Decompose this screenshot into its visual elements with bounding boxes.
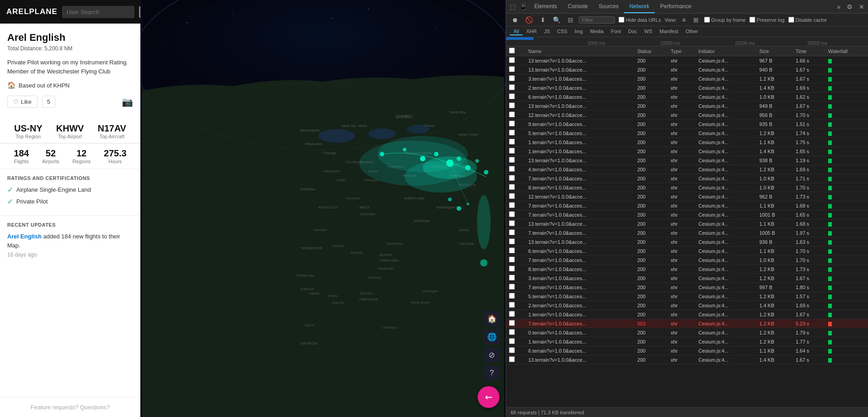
network-table[interactable]: Name Status Type Initiator Size Time Wat…	[506, 46, 868, 407]
tab-performance[interactable]: Performance	[655, 0, 697, 13]
table-row[interactable]: 3.terrain?v=1.0.0&acces... 200 xhr Cesiu…	[506, 74, 868, 83]
row-name: 6.terrain?v=1.0.0&acces...	[526, 92, 635, 102]
table-row[interactable]: 7.terrain?v=1.0.0&acces... 503 xhr Cesiu…	[506, 319, 868, 328]
fetch-filter-button[interactable]: ⬇	[538, 15, 547, 24]
col-status[interactable]: Status	[634, 46, 668, 56]
svg-text:Athens: Athens	[328, 294, 338, 297]
filter-input[interactable]	[579, 16, 615, 24]
clear-button[interactable]: 🚫	[523, 15, 535, 24]
top-aircraft: N17AV Top Aircraft	[98, 123, 126, 139]
table-row[interactable]: 1.terrain?v=1.0.0&acces... 200 xhr Cesiu…	[506, 147, 868, 156]
devtools-device-btn[interactable]: 📱	[518, 2, 529, 11]
tab-elements[interactable]: Elements	[529, 0, 562, 13]
table-row[interactable]: 7.terrain?v=1.0.0&acces... 200 xhr Cesiu…	[506, 228, 868, 238]
table-row[interactable]: 13.terrain?v=1.0.0&acce... 200 xhr Cesiu…	[506, 65, 868, 74]
table-row[interactable]: 4.terrain?v=1.0.0&acces... 200 xhr Cesiu…	[506, 165, 868, 174]
update-link[interactable]: Arel English	[7, 233, 42, 240]
table-row[interactable]: 7.terrain?v=1.0.0&acces... 200 xhr Cesiu…	[506, 256, 868, 265]
col-size[interactable]: Size	[757, 46, 793, 56]
col-waterfall[interactable]: Waterfall	[825, 46, 868, 56]
table-row[interactable]: 7.terrain?v=1.0.0&acces... 200 xhr Cesiu…	[506, 201, 868, 210]
tab-network[interactable]: Network	[624, 0, 655, 13]
devtools-inspect-btn[interactable]: ⬚	[508, 2, 518, 11]
select-all-checkbox[interactable]	[509, 48, 515, 53]
map-area[interactable]: QUEBEC North Bay Minneapolis Sault Ste. …	[140, 0, 506, 417]
table-row[interactable]: 13.terrain?v=1.0.0&acce... 200 xhr Cesiu…	[506, 355, 868, 364]
table-row[interactable]: 8.terrain?v=1.0.0&acces... 200 xhr Cesiu…	[506, 183, 868, 192]
type-doc[interactable]: Doc	[624, 28, 641, 35]
col-time[interactable]: Time	[793, 46, 825, 56]
table-row[interactable]: 1.terrain?v=1.0.0&acces... 200 xhr Cesiu…	[506, 337, 868, 346]
table-row[interactable]: 3.terrain?v=1.0.0&acces... 200 xhr Cesiu…	[506, 274, 868, 283]
table-row[interactable]: 0.terrain?v=1.0.0&acces... 200 xhr Cesiu…	[506, 328, 868, 337]
filter-icon-btn[interactable]: ⊟	[566, 15, 575, 24]
table-row[interactable]: 13.terrain?v=1.0.0&acce... 200 xhr Cesiu…	[506, 238, 868, 247]
table-row[interactable]: 13.terrain?v=1.0.0&acce... 200 xhr Cesiu…	[506, 102, 868, 111]
disable-cache-checkbox[interactable]	[788, 17, 794, 23]
row-checkbox	[506, 292, 526, 301]
help-map-button[interactable]: ?	[484, 365, 499, 381]
tab-console[interactable]: Console	[562, 0, 593, 13]
preserve-log-checkbox[interactable]	[749, 17, 755, 23]
table-row[interactable]: 6.terrain?v=1.0.0&acces... 200 xhr Cesiu…	[506, 247, 868, 256]
table-row[interactable]: 7.terrain?v=1.0.0&acces... 200 xhr Cesiu…	[506, 283, 868, 292]
col-type[interactable]: Type	[668, 46, 695, 56]
type-img[interactable]: Img	[571, 28, 586, 35]
table-row[interactable]: 6.terrain?v=1.0.0&acces... 200 xhr Cesiu…	[506, 92, 868, 102]
type-xhr[interactable]: XHR	[523, 28, 540, 35]
type-js[interactable]: JS	[540, 28, 553, 35]
home-map-button[interactable]: 🏠	[484, 311, 499, 326]
table-row[interactable]: 13.terrain?v=1.0.0&acce... 200 xhr Cesiu…	[506, 156, 868, 165]
type-ws[interactable]: WS	[641, 28, 656, 35]
view-list-btn[interactable]: ≡	[680, 15, 687, 24]
group-by-frame-checkbox[interactable]	[704, 17, 710, 23]
instagram-icon[interactable]: 📷	[122, 97, 133, 107]
table-row[interactable]: 9.terrain?v=1.0.0&acces... 200 xhr Cesiu…	[506, 120, 868, 129]
table-row[interactable]: 2.terrain?v=1.0.0&acces... 200 xhr Cesiu…	[506, 301, 868, 310]
type-font[interactable]: Font	[607, 28, 624, 35]
table-row[interactable]: 13.terrain?v=1.0.0&acce... 200 xhr Cesiu…	[506, 56, 868, 65]
devtools-close-btn[interactable]: ✕	[857, 2, 866, 11]
hide-data-urls-checkbox[interactable]	[619, 17, 624, 23]
view-grid-btn[interactable]: ⊞	[691, 15, 700, 24]
table-row[interactable]: 7.terrain?v=1.0.0&acces... 200 xhr Cesiu…	[506, 210, 868, 219]
go-button[interactable]: Go	[139, 6, 140, 18]
like-button[interactable]: ♡ Like	[7, 96, 38, 108]
tab-sources[interactable]: Sources	[593, 0, 624, 13]
type-other[interactable]: Other	[682, 28, 702, 35]
col-initiator[interactable]: Initiator	[696, 46, 757, 56]
top-aircraft-label: Top Aircraft	[98, 134, 126, 139]
table-row[interactable]: 5.terrain?v=1.0.0&acces... 200 xhr Cesiu…	[506, 292, 868, 301]
table-row[interactable]: 6.terrain?v=1.0.0&acces... 200 xhr Cesiu…	[506, 346, 868, 355]
table-row[interactable]: 8.terrain?v=1.0.0&acces... 200 xhr Cesiu…	[506, 265, 868, 274]
table-row[interactable]: 12.terrain?v=1.0.0&acce... 200 xhr Cesiu…	[506, 192, 868, 201]
devtools-more-btn[interactable]: »	[835, 2, 842, 11]
search-filter-button[interactable]: 🔍	[551, 15, 562, 24]
table-row[interactable]: 5.terrain?v=1.0.0&acces... 200 xhr Cesiu…	[506, 129, 868, 138]
type-media[interactable]: Media	[586, 28, 607, 35]
row-initiator: Cesium.js:4...	[696, 183, 757, 192]
type-manifest[interactable]: Manifest	[656, 28, 682, 35]
type-all[interactable]: All	[510, 28, 523, 35]
row-time: 1.69 s	[793, 165, 825, 174]
user-info: Arel English Total Distance: 5,200.8 NM …	[0, 24, 140, 120]
table-row[interactable]: 12.terrain?v=1.0.0&acce... 200 xhr Cesiu…	[506, 111, 868, 120]
table-row[interactable]: 1.terrain?v=1.0.0&acces... 200 xhr Cesiu…	[506, 310, 868, 319]
share-fab[interactable]: ⇜	[478, 386, 499, 408]
type-css[interactable]: CSS	[553, 28, 571, 35]
table-row[interactable]: 1.terrain?v=1.0.0&acces... 200 xhr Cesiu…	[506, 138, 868, 147]
table-row[interactable]: 7.terrain?v=1.0.0&acces... 200 xhr Cesiu…	[506, 174, 868, 183]
table-row[interactable]: 2.terrain?v=1.0.0&acces... 200 xhr Cesiu…	[506, 83, 868, 92]
row-time: 1.66 s	[793, 56, 825, 65]
search-input[interactable]	[62, 6, 134, 18]
filter-map-button[interactable]: ⊘	[484, 347, 499, 363]
globe-map-button[interactable]: 🌐	[484, 329, 499, 344]
record-button[interactable]: ⏺	[510, 15, 520, 24]
table-row[interactable]: 13.terrain?v=1.0.0&acce... 200 xhr Cesiu…	[506, 219, 868, 228]
row-name: 7.terrain?v=1.0.0&acces...	[526, 174, 635, 183]
col-name[interactable]: Name	[526, 46, 635, 56]
devtools-settings-btn[interactable]: ⚙	[845, 2, 854, 11]
home-airport-text: Based out of KHPN	[19, 82, 70, 89]
row-waterfall	[825, 201, 868, 210]
row-type: xhr	[668, 56, 695, 65]
